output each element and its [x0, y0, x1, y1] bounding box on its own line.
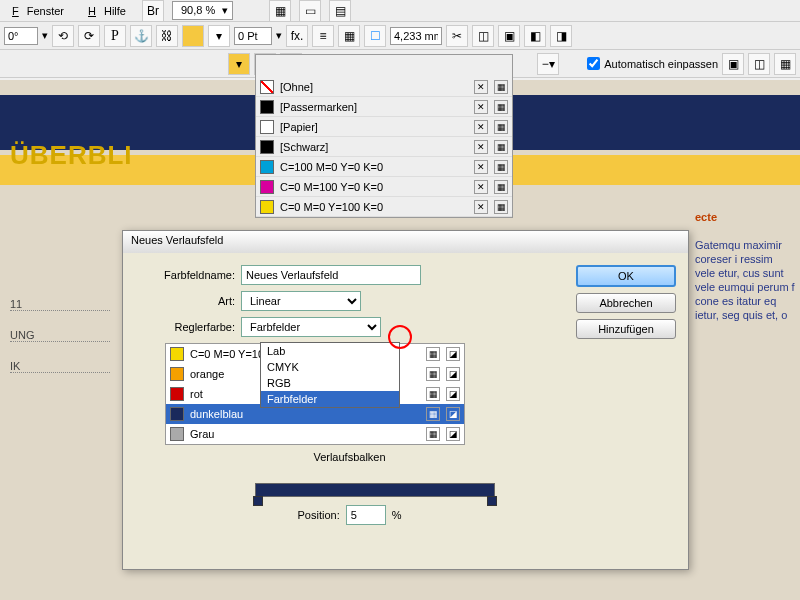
swatch-row[interactable]: C=0 M=100 Y=0 K=0✕▦	[256, 177, 512, 197]
rotation-field[interactable]	[4, 27, 38, 45]
gradient-stop-right[interactable]	[487, 496, 497, 506]
pos-label: Position:	[298, 509, 340, 521]
align-icon[interactable]: ≡	[312, 25, 334, 47]
f1-icon[interactable]: ▣	[722, 53, 744, 75]
swatch-row[interactable]: [Ohne]✕▦	[256, 77, 512, 97]
name-label: Farbfeldname:	[135, 269, 235, 281]
swatches-panel: [Ohne]✕▦[Passermarken]✕▦[Papier]✕▦[Schwa…	[255, 54, 513, 218]
gradient-bar[interactable]	[255, 483, 495, 497]
dropdown-item[interactable]: RGB	[261, 375, 399, 391]
swatch-row[interactable]: C=0 M=0 Y=100 K=0✕▦	[256, 197, 512, 217]
dropdown-item[interactable]: Farbfelder	[261, 391, 399, 407]
frame-icon[interactable]: ☐	[364, 25, 386, 47]
dialog-title: Neues Verlaufsfeld	[123, 231, 688, 253]
body-text-col2: ecte Gatemqu maximir coreser i ressim ve…	[695, 210, 795, 322]
bridge-button[interactable]: Br	[142, 0, 164, 22]
fit2-icon[interactable]: ▣	[498, 25, 520, 47]
menu-fenster[interactable]: FFenster	[4, 3, 72, 19]
regler-label: Reglerfarbe:	[135, 321, 235, 333]
gradient-stop-left[interactable]	[253, 496, 263, 506]
chain-icon[interactable]: ⛓	[156, 25, 178, 47]
menubar: FFenster HHilfe Br 90,8 % ▾ ▦ ▭ ▤	[0, 0, 800, 22]
autofit-check[interactable]	[587, 57, 600, 70]
autofit-label: Automatisch einpassen	[604, 58, 718, 70]
crop-icon[interactable]: ✂	[446, 25, 468, 47]
anchor-icon[interactable]: ⚓	[130, 25, 152, 47]
gradient-dialog: Neues Verlaufsfeld Farbfeldname: Art:Lin…	[122, 230, 689, 570]
toolbar-1: ▾ ⟲ ⟳ P ⚓ ⛓ ▾ ▾ fx. ≡ ▦ ☐ ✂ ◫ ▣ ◧ ◨	[0, 22, 800, 50]
cancel-button[interactable]: Abbrechen	[576, 293, 676, 313]
swatch-row[interactable]: [Papier]✕▦	[256, 117, 512, 137]
fx-icon[interactable]: fx.	[286, 25, 308, 47]
highlight-circle	[388, 325, 412, 349]
wrap-icon[interactable]: ▦	[338, 25, 360, 47]
regler-select[interactable]: Farbfelder	[241, 317, 381, 337]
stroke-pt-field[interactable]	[234, 27, 272, 45]
fit1-icon[interactable]: ◫	[472, 25, 494, 47]
f2-icon[interactable]: ◫	[748, 53, 770, 75]
swatch-row[interactable]: [Passermarken]✕▦	[256, 97, 512, 117]
arrange-icon[interactable]: ▤	[329, 0, 351, 22]
zoom-field[interactable]: 90,8 % ▾	[172, 1, 233, 20]
left-list: 11 UNG IK	[10, 280, 110, 391]
screen-icon[interactable]: ▭	[299, 0, 321, 22]
gradient-label: Verlaufsbalken	[313, 451, 385, 463]
art-label: Art:	[135, 295, 235, 307]
art-select[interactable]: Linear	[241, 291, 361, 311]
f3-icon[interactable]: ▦	[774, 53, 796, 75]
swatch-row[interactable]: [Schwarz]✕▦	[256, 137, 512, 157]
fill-proxy-icon[interactable]: ▾	[228, 53, 250, 75]
list-item[interactable]: Grau▦◪	[166, 424, 464, 444]
dash-icon[interactable]: −▾	[537, 53, 559, 75]
view-icon[interactable]: ▦	[269, 0, 291, 22]
add-button[interactable]: Hinzufügen	[576, 319, 676, 339]
flip-v-icon[interactable]: ⟳	[78, 25, 100, 47]
flip-h-icon[interactable]: ⟲	[52, 25, 74, 47]
char-p-icon[interactable]: P	[104, 25, 126, 47]
dropdown-item[interactable]: CMYK	[261, 359, 399, 375]
swatch-row[interactable]: C=100 M=0 Y=0 K=0✕▦	[256, 157, 512, 177]
mm-field[interactable]	[390, 27, 442, 45]
name-field[interactable]	[241, 265, 421, 285]
menu-hilfe[interactable]: HHilfe	[80, 3, 134, 19]
dropdown-item[interactable]: Lab	[261, 343, 399, 359]
regler-dropdown[interactable]: LabCMYKRGBFarbfelder	[260, 342, 400, 408]
fill-swatch[interactable]	[182, 25, 204, 47]
fit3-icon[interactable]: ◧	[524, 25, 546, 47]
fit4-icon[interactable]: ◨	[550, 25, 572, 47]
pos-field[interactable]	[346, 505, 386, 525]
stroke-swatch[interactable]: ▾	[208, 25, 230, 47]
page-heading: ÜBERBLI	[10, 140, 133, 171]
ok-button[interactable]: OK	[576, 265, 676, 287]
